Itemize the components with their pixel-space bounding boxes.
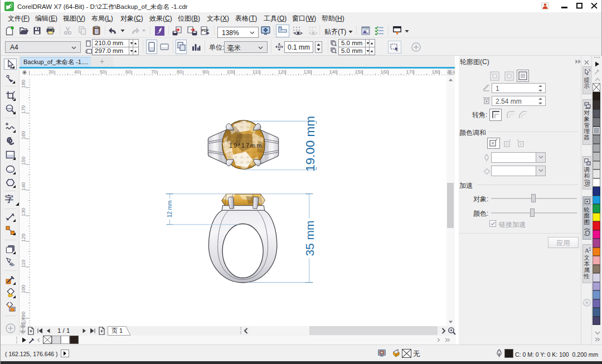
svg-text:110: 110: [21, 260, 26, 268]
svg-text:PDF: PDF: [202, 28, 209, 32]
svg-text:160: 160: [380, 69, 389, 75]
svg-text:110: 110: [253, 69, 260, 75]
svg-text:19.00 mm: 19.00 mm: [303, 116, 317, 172]
svg-text:130: 130: [303, 69, 312, 75]
svg-text:150: 150: [21, 157, 26, 165]
svg-text:180: 180: [431, 69, 440, 75]
svg-text:160: 160: [21, 131, 26, 139]
svg-text:80: 80: [177, 69, 182, 75]
svg-text:140: 140: [21, 182, 26, 191]
svg-text:35 mm: 35 mm: [303, 220, 316, 256]
svg-text:页 1: 页 1: [111, 327, 123, 334]
svg-text:120: 120: [21, 234, 26, 242]
svg-text:19*17mm: 19*17mm: [229, 142, 263, 149]
svg-text:130: 130: [21, 208, 26, 216]
svg-text:100: 100: [21, 285, 26, 293]
svg-text:90: 90: [202, 69, 208, 75]
svg-text:30: 30: [48, 69, 54, 75]
svg-text:40: 40: [74, 69, 80, 75]
svg-text:180: 180: [21, 80, 26, 88]
svg-text:120: 120: [278, 69, 286, 75]
svg-text:100: 100: [226, 69, 235, 75]
svg-text:150: 150: [355, 69, 363, 75]
svg-text:170: 170: [406, 69, 414, 75]
svg-text:A: A: [585, 247, 589, 254]
svg-text:170: 170: [21, 105, 26, 114]
svg-text:60: 60: [125, 69, 131, 75]
svg-text:y: y: [335, 51, 337, 54]
svg-text:x: x: [335, 43, 337, 46]
svg-text:12 mm: 12 mm: [167, 201, 173, 218]
svg-text:140: 140: [329, 69, 337, 75]
svg-text:50: 50: [100, 69, 105, 75]
svg-text:70: 70: [151, 69, 157, 75]
